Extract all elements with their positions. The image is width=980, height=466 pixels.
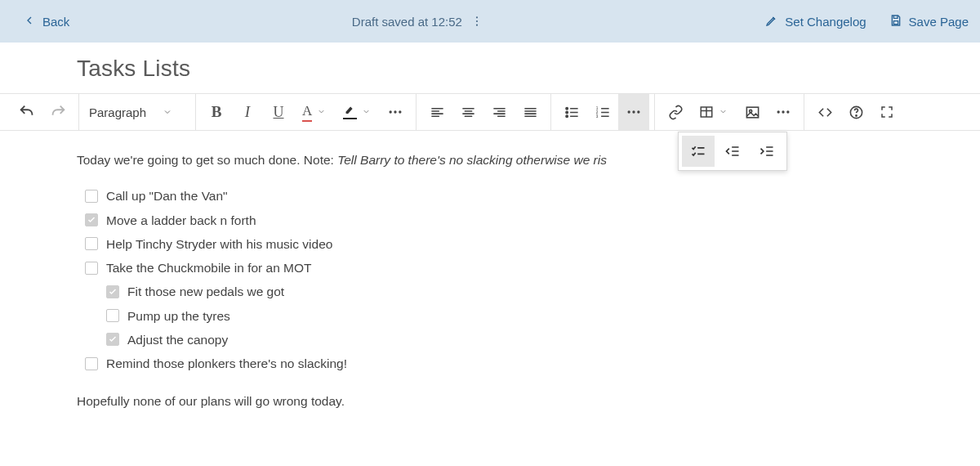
task-label: Remind those plonkers there's no slackin… [106, 354, 347, 373]
svg-point-9 [566, 115, 568, 117]
help-button[interactable] [840, 94, 871, 130]
changelog-label: Set Changelog [785, 15, 866, 29]
svg-point-19 [777, 110, 780, 113]
task-checkbox[interactable] [85, 357, 98, 370]
ellipsis-icon [387, 104, 403, 120]
align-left-icon [430, 105, 445, 120]
table-icon [699, 105, 714, 119]
task-item[interactable]: Call up "Dan the Van" [85, 184, 858, 208]
save-icon [889, 14, 904, 29]
svg-point-4 [390, 110, 392, 113]
italic-button[interactable]: I [232, 94, 263, 130]
source-code-button[interactable] [809, 94, 840, 130]
set-changelog-button[interactable]: Set Changelog [757, 9, 874, 34]
underline-button[interactable]: U [263, 94, 294, 130]
align-right-button[interactable] [483, 94, 514, 130]
chevron-down-icon [317, 107, 327, 117]
task-sublist[interactable]: Fit those new pedals we gotPump up the t… [106, 280, 858, 352]
outro-paragraph[interactable]: Hopefully none of our plans will go wron… [77, 392, 858, 410]
list-group: 123 [551, 94, 655, 130]
pencil-icon [765, 14, 780, 29]
svg-text:3: 3 [596, 114, 599, 118]
task-item[interactable]: Pump up the tyres [106, 304, 858, 328]
underline-icon: U [274, 104, 284, 121]
highlight-button[interactable] [335, 94, 380, 130]
svg-point-23 [856, 114, 857, 115]
fullscreen-icon [880, 105, 894, 119]
task-checkbox[interactable] [106, 309, 119, 322]
task-checkbox[interactable] [106, 333, 119, 346]
svg-point-20 [782, 110, 785, 113]
svg-point-14 [633, 110, 635, 113]
back-button[interactable]: Back [15, 9, 78, 34]
chevron-down-icon [362, 107, 372, 117]
text-color-icon: A [302, 103, 312, 122]
task-checkbox[interactable] [85, 213, 98, 226]
numbered-list-button[interactable]: 123 [587, 94, 618, 130]
redo-button[interactable] [42, 94, 74, 130]
bullet-list-button[interactable] [556, 94, 587, 130]
save-page-button[interactable]: Save Page [881, 9, 977, 34]
task-list[interactable]: Call up "Dan the Van"Move a ladder back … [85, 184, 858, 375]
task-item[interactable]: Take the Chuckmobile in for an MOT [85, 256, 858, 280]
svg-rect-3 [893, 21, 898, 25]
undo-button[interactable] [11, 94, 42, 130]
intro-text: Today we're going to get so much done. N… [77, 153, 337, 167]
bullet-list-icon [564, 105, 580, 120]
title-area: Tasks Lists [0, 43, 980, 93]
more-lists-button[interactable] [618, 94, 649, 130]
task-label: Help Tinchy Stryder with his music video [106, 235, 332, 253]
outdent-button[interactable] [716, 136, 749, 167]
task-item[interactable]: Help Tinchy Stryder with his music video [85, 232, 858, 256]
undo-icon [18, 103, 36, 121]
editor-content[interactable]: Today we're going to get so much done. N… [0, 131, 858, 411]
align-left-button[interactable] [421, 94, 452, 130]
align-center-icon [461, 105, 476, 120]
draft-status: Draft saved at 12:52 [352, 15, 462, 29]
style-group: Paragraph [79, 94, 196, 130]
chevron-down-icon [163, 107, 172, 117]
more-vertical-icon[interactable] [470, 15, 483, 28]
align-justify-button[interactable] [514, 94, 546, 130]
task-item[interactable]: Move a ladder back n forth [85, 208, 858, 232]
help-icon [849, 105, 864, 120]
task-checkbox[interactable] [106, 285, 119, 298]
top-bar: Back Draft saved at 12:52 Set Changelog … [0, 0, 980, 43]
page-title[interactable]: Tasks Lists [77, 56, 980, 82]
chevron-down-icon [719, 107, 728, 117]
paragraph-style-select[interactable]: Paragraph [84, 105, 190, 119]
fullscreen-button[interactable] [871, 94, 902, 130]
arrow-left-icon [23, 14, 38, 29]
task-list-button[interactable] [682, 136, 715, 167]
align-center-button[interactable] [452, 94, 483, 130]
svg-point-5 [394, 110, 397, 113]
more-insert-button[interactable] [768, 94, 799, 130]
svg-point-6 [399, 110, 401, 113]
more-format-button[interactable] [380, 94, 411, 130]
code-icon [817, 105, 833, 120]
numbered-list-icon: 123 [595, 105, 611, 120]
task-label: Take the Chuckmobile in for an MOT [106, 258, 312, 277]
task-checkbox[interactable] [85, 190, 98, 203]
indent-button[interactable] [751, 136, 783, 167]
task-item[interactable]: Fit those new pedals we got [106, 280, 858, 303]
link-button[interactable] [660, 94, 691, 130]
svg-point-0 [476, 16, 478, 18]
text-color-button[interactable]: A [294, 94, 335, 130]
svg-point-1 [476, 20, 478, 22]
bold-button[interactable]: B [201, 94, 232, 130]
history-group [0, 94, 79, 130]
highlighter-icon [343, 105, 357, 119]
image-button[interactable] [737, 94, 768, 130]
align-right-icon [492, 105, 507, 120]
task-item[interactable]: Remind those plonkers there's no slackin… [85, 352, 858, 375]
intro-italic: Tell Barry to there's no slacking otherw… [337, 153, 607, 167]
indent-icon [759, 143, 775, 159]
task-checkbox[interactable] [85, 262, 98, 275]
table-button[interactable] [691, 94, 737, 130]
align-group [416, 94, 551, 130]
task-label: Call up "Dan the Van" [106, 186, 228, 205]
ellipsis-icon [775, 104, 791, 120]
task-item[interactable]: Adjust the canopy [106, 328, 858, 352]
task-checkbox[interactable] [85, 237, 98, 250]
